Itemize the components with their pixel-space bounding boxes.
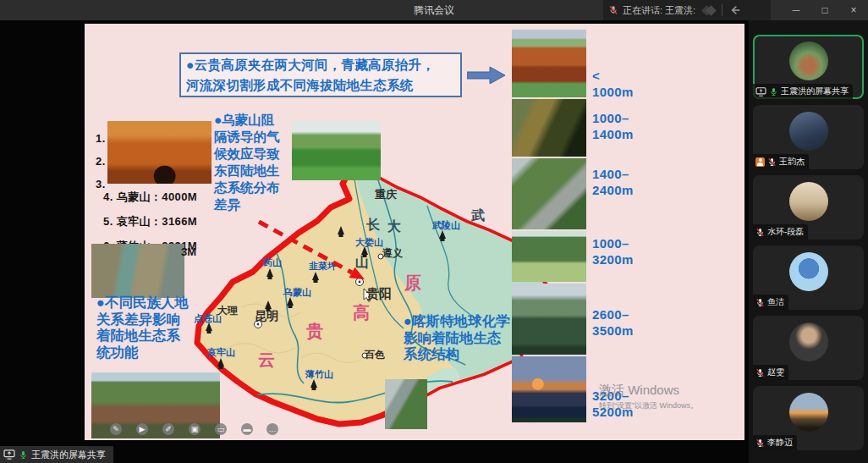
photo-sunset-ridge <box>512 356 586 422</box>
participant-tile[interactable]: 赵雯 <box>753 316 864 380</box>
participant-name-tag: 水环-段磊 <box>753 224 808 240</box>
more-icon[interactable]: … <box>266 423 278 435</box>
map-range-char: 长 <box>366 217 380 234</box>
camera-icon[interactable]: ▭ <box>215 423 227 435</box>
city-marker-dot <box>359 281 361 284</box>
mountain-list-number: 2. <box>96 155 106 168</box>
note-wumengshan: ●乌蒙山阻隔诱导的气候效应导致东西陆地生态系统分布差异 <box>214 112 287 213</box>
participant-name-tag: 王韵杰 <box>753 154 809 169</box>
close-button[interactable]: × <box>839 0 868 20</box>
photo-river-valley <box>91 244 184 298</box>
window-controls: ─ □ × <box>782 0 868 20</box>
map-range-char: 大 <box>387 218 401 236</box>
mic-on-icon <box>769 87 778 96</box>
elevation-label: 2600– 3500m <box>592 306 634 339</box>
avatar <box>789 322 828 361</box>
map-region-char: 高 <box>353 301 370 324</box>
map-city-label: 重庆 <box>375 187 397 202</box>
photo-green-cliff <box>385 379 427 429</box>
map-peak-label: 药山 <box>263 256 282 269</box>
participant-name: 赵雯 <box>767 367 784 378</box>
mic-on-icon <box>19 450 28 460</box>
map-peak-label: 点苍山 <box>194 312 222 325</box>
frame-icon[interactable]: ▣ <box>189 423 201 435</box>
partial-elevation-value: 3M <box>181 245 196 258</box>
elevation-label: < 1000m <box>592 68 634 100</box>
title-bar: 腾讯会议 正在讲话: 王震洪: ─ □ × <box>0 0 868 20</box>
map-peak-label: 乌蒙山 <box>283 286 311 299</box>
slide-headline-box: ●云贵高原夹在两大河间，青藏高原抬升，河流深切割形成不同海拔陆地生态系统 <box>179 52 462 97</box>
map-peak-label: 哀牢山 <box>207 346 235 359</box>
note-karst-geochemistry: ●喀斯特地球化学影响着陆地生态系统结构 <box>404 313 510 363</box>
mic-muted-icon <box>608 5 618 15</box>
participant-tile[interactable]: 王震洪的屏幕共享 <box>753 35 864 99</box>
map-city-label: 遵义 <box>382 246 403 261</box>
map-peak-label: 韭菜坪 <box>309 260 337 273</box>
elevation-label: 1000– 1400m <box>592 110 634 142</box>
avatar <box>789 393 828 432</box>
map-region-char: 云 <box>258 349 275 372</box>
participant-name: 王震洪的屏幕共享 <box>781 85 849 97</box>
divider <box>722 4 722 16</box>
map-peak-label: 薄竹山 <box>305 368 333 381</box>
map-range-char: 武 <box>471 207 485 225</box>
photo-pine-pasture <box>512 231 586 282</box>
play-icon[interactable]: ▶ <box>136 423 148 435</box>
mountain-list-number: 1. <box>96 132 106 145</box>
mic-muted-icon <box>755 228 765 237</box>
minimize-button[interactable]: ─ <box>782 0 810 20</box>
avatar <box>789 41 828 80</box>
mountain-list-item: 5. 哀牢山：3166M <box>103 214 197 229</box>
avatar <box>789 252 828 291</box>
note-ethnic-relations: ●不同民族人地关系差异影响着陆地生态系统功能 <box>96 295 191 361</box>
participant-tile[interactable]: 水环-段磊 <box>753 175 864 240</box>
screen-share-label: 王震洪的屏幕共享 <box>0 446 113 463</box>
elevation-label: 1000– 3200m <box>592 235 634 267</box>
avatar <box>789 182 828 221</box>
windows-activation-watermark: 激活 Windows 转到“设置”以激活 Windows。 <box>599 383 698 411</box>
map-peak-label: 武陵山 <box>432 219 460 232</box>
participant-name: 李静迈 <box>767 437 793 449</box>
participant-name-tag: 鱼洁 <box>753 295 788 310</box>
maximize-button[interactable]: □ <box>810 0 839 20</box>
photo-fir-forest <box>512 284 586 355</box>
photo-red-soil-canyon <box>512 30 586 97</box>
mic-muted-icon <box>755 438 765 448</box>
participant-name: 水环-段磊 <box>767 226 804 238</box>
participant-name: 鱼洁 <box>767 296 784 308</box>
mic-muted-icon <box>767 157 777 167</box>
participant-tile[interactable]: 鱼洁 <box>753 245 864 310</box>
shared-slide: ●云贵高原夹在两大河间，青藏高原抬升，河流深切割形成不同海拔陆地生态系统 <box>85 24 744 440</box>
map-peak-label: 大娄山 <box>355 236 383 249</box>
mountain-list-number: 3. <box>96 178 106 190</box>
map-city-label: 贵阳 <box>366 286 392 302</box>
speaking-indicator: 正在讲话: 王震洪: <box>603 0 771 20</box>
comment-icon[interactable]: ▬ <box>241 423 253 435</box>
photo-dark-valley-slope <box>512 99 586 157</box>
participant-name: 王韵杰 <box>779 156 805 168</box>
highlighter-icon[interactable]: ✐ <box>162 423 174 435</box>
participant-name-tag: 李静迈 <box>753 435 797 450</box>
screen-share-icon <box>3 449 15 460</box>
map-city-label: 昆明 <box>255 309 278 324</box>
map-region-char: 原 <box>404 272 421 295</box>
mic-muted-icon <box>755 368 765 378</box>
pen-icon[interactable]: ✎ <box>110 423 122 435</box>
undo-arrow-icon[interactable] <box>729 4 742 16</box>
meeting-logo-icon <box>703 7 715 14</box>
participant-name-tag: 王震洪的屏幕共享 <box>753 84 853 99</box>
screen-share-name: 王震洪的屏幕共享 <box>31 449 106 461</box>
speaking-label: 正在讲话: 王震洪: <box>623 4 695 17</box>
participant-tile[interactable]: 王韵杰 <box>753 105 864 169</box>
photo-desert-dune <box>107 121 212 184</box>
elevation-label: 1400– 2400m <box>592 166 634 198</box>
photo-karst-meadow <box>292 121 381 180</box>
participant-name-tag: 赵雯 <box>753 365 788 380</box>
tencent-meeting-window: { "window": { "title": "腾讯会议", "speaking… <box>0 0 868 463</box>
right-arrow-icon <box>467 65 506 85</box>
map-region-char: 贵 <box>306 320 323 343</box>
participant-sidebar: 王震洪的屏幕共享王韵杰水环-段磊鱼洁赵雯李静迈 <box>749 20 868 463</box>
member-badge-icon <box>755 157 765 167</box>
photo-forest-cliff <box>512 158 586 229</box>
participant-tile[interactable]: 李静迈 <box>753 386 864 450</box>
